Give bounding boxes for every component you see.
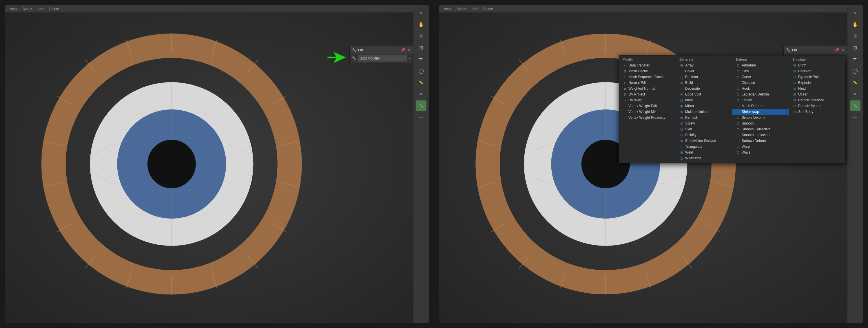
- hand-icon-r[interactable]: ✋: [850, 19, 861, 30]
- header-wrench-icon-r: 🔧: [786, 48, 790, 52]
- select-menu[interactable]: Select: [20, 6, 34, 11]
- explode-item[interactable]: ⊡Explode: [789, 80, 845, 86]
- properties-subheader: 🔧 Add Modifier ▾: [350, 54, 413, 63]
- array-icon: ⊞: [679, 63, 683, 67]
- warp-icon: ⊡: [736, 144, 740, 148]
- cast-item[interactable]: ⊡Cast: [733, 68, 788, 74]
- data-transfer-item[interactable]: ↔Data Transfer: [619, 62, 676, 68]
- screw-item[interactable]: ⊙Screw: [676, 120, 732, 126]
- curve-item[interactable]: ⊙Curve: [733, 74, 788, 80]
- object-menu-right[interactable]: Object: [480, 6, 495, 11]
- eye2-icon[interactable]: 👁: [416, 89, 427, 99]
- surface-deform-item[interactable]: ⊡Surface Deform: [733, 138, 788, 144]
- dots2-icon[interactable]: ⋯: [416, 112, 427, 122]
- close-icon[interactable]: ✕: [407, 48, 410, 52]
- weld-item[interactable]: ⊞Weld: [676, 149, 732, 155]
- grid-icon[interactable]: ⊞: [416, 43, 427, 53]
- edge-split-item[interactable]: ⊘Edge Split: [676, 91, 732, 97]
- laplacian-deform-item[interactable]: ⊡Laplacian Deform: [733, 91, 788, 97]
- mesh-seq-cache-item[interactable]: 1Mesh Sequence Cache: [619, 74, 676, 80]
- vw-edit-item[interactable]: ↔Vertex Weight Edit: [619, 103, 676, 109]
- disp-icon: ⊡: [736, 81, 740, 85]
- mirror-item[interactable]: ◑Mirror: [676, 103, 732, 109]
- uvw-icon: ↔: [623, 98, 627, 102]
- header-wrench-icon: 🔧: [352, 48, 356, 52]
- add-menu[interactable]: Add: [35, 6, 46, 11]
- hook-item[interactable]: ⊡Hook: [733, 86, 788, 91]
- build-item[interactable]: ⊞Build: [676, 80, 732, 86]
- boolean-item[interactable]: ◯Boolean: [676, 74, 732, 80]
- build-icon: ⊞: [679, 81, 683, 85]
- decimate-item[interactable]: △Decimate: [676, 86, 732, 91]
- wrench-active-icon-r[interactable]: 🔧: [850, 101, 861, 111]
- grid-icon-r[interactable]: ⊞: [850, 43, 861, 53]
- subdiv-item[interactable]: ⊞Subdivision Surface: [676, 138, 732, 144]
- skin-icon: ◻: [679, 127, 683, 131]
- pin-icon[interactable]: 📌: [401, 48, 405, 52]
- mesh-cache-item[interactable]: ⊞Mesh Cache: [619, 68, 676, 74]
- add-menu-right[interactable]: Add: [469, 6, 480, 11]
- mask-item[interactable]: ◻Mask: [676, 97, 732, 103]
- view-menu[interactable]: View: [7, 6, 20, 11]
- sphere-icon-r[interactable]: ◯: [850, 65, 861, 76]
- warp-item[interactable]: ⊡Warp: [733, 144, 788, 149]
- collision-item[interactable]: ⊡Collision: [789, 68, 845, 74]
- close-icon-right[interactable]: ✕: [841, 48, 844, 52]
- view-menu-right[interactable]: View: [441, 6, 454, 11]
- transform-icon[interactable]: ✥: [416, 31, 427, 41]
- ocean-item[interactable]: ⊡Ocean: [789, 91, 845, 97]
- bevel-item[interactable]: ⌒Bevel: [676, 68, 732, 74]
- smooth-corrective-item[interactable]: ⊡Smooth Corrective: [733, 126, 788, 132]
- particle-instance-item[interactable]: ⊡Particle Instance: [789, 97, 845, 103]
- measure2-icon[interactable]: 📏: [416, 77, 427, 88]
- dots-icon-r[interactable]: ⋯: [850, 112, 861, 122]
- armature-item[interactable]: ⊡Armature: [733, 62, 788, 68]
- fluid-item[interactable]: ⊡Fluid: [789, 86, 845, 91]
- skin-item[interactable]: ◻Skin: [676, 126, 732, 132]
- array-item[interactable]: ⊞Array: [676, 62, 732, 68]
- remesh-item[interactable]: ⊞Remesh: [676, 115, 732, 120]
- camera-icon-r[interactable]: 📷: [850, 54, 861, 64]
- camera2-icon[interactable]: 📷: [416, 54, 427, 64]
- solidify-item[interactable]: ⬡Solidify: [676, 132, 732, 138]
- select-menu-right[interactable]: Select: [454, 6, 468, 11]
- sl-icon: ⊡: [736, 133, 740, 137]
- uv-project-item[interactable]: ⊗UV Project: [619, 91, 676, 97]
- wrench-active-icon[interactable]: 🔧: [416, 101, 427, 111]
- object-menu[interactable]: Object: [46, 6, 61, 11]
- right-toolbar: ↖ ✋ ✥ ⊞ 📷 ◯ 📏 👁 🔧 ⋯: [413, 5, 429, 323]
- measure-icon-r[interactable]: 📏: [850, 77, 861, 88]
- hand-icon[interactable]: ✋: [416, 19, 427, 30]
- eye-icon-r[interactable]: 👁: [850, 89, 861, 99]
- soft-body-item[interactable]: ⊡Soft Body: [789, 109, 845, 115]
- dynamic-paint-item[interactable]: ⊡Dynamic Paint: [789, 74, 845, 80]
- shrinkwrap-item[interactable]: ⊡Shrinkwrap: [733, 109, 788, 115]
- weighted-normal-item[interactable]: ⊕Weighted Normal: [619, 86, 676, 91]
- wireframe-item[interactable]: ◻Wireframe: [676, 155, 732, 161]
- pin-icon-right[interactable]: 📌: [835, 48, 839, 52]
- vw-mix-item[interactable]: ↔Vertex Weight Mix: [619, 109, 676, 115]
- lattice-item[interactable]: ⊡Lattice: [733, 97, 788, 103]
- normal-edit-item[interactable]: +Normal Edit: [619, 80, 676, 86]
- particle-system-item[interactable]: ⊡Particle System: [789, 103, 845, 109]
- smooth-laplacian-item[interactable]: ⊡Smooth Laplacian: [733, 132, 788, 138]
- simple-deform-item[interactable]: ⊡Simple Deform: [733, 115, 788, 120]
- wave-item[interactable]: ⊡Wave: [733, 149, 788, 155]
- smooth-item[interactable]: ⊡Smooth: [733, 120, 788, 126]
- cursor-icon[interactable]: ↖: [416, 7, 427, 18]
- solidify-icon: ⬡: [679, 133, 683, 137]
- displace-item[interactable]: ⊡Displace: [733, 80, 788, 86]
- cloth-item[interactable]: ⊡Cloth: [789, 62, 845, 68]
- vw-prox-item[interactable]: ↔Vertex Weight Proximity: [619, 115, 676, 120]
- sphere2-icon[interactable]: ◯: [416, 65, 427, 76]
- multires-item[interactable]: ⊞Multiresolution: [676, 109, 732, 115]
- dropdown-arrow-icon: ▾: [409, 57, 410, 60]
- uv-warp-item[interactable]: ↔UV Warp: [619, 97, 676, 103]
- transform-icon-r[interactable]: ✥: [850, 31, 861, 41]
- top-bar-right: View Select Add Object: [439, 5, 863, 13]
- add-modifier-button[interactable]: Add Modifier: [358, 55, 407, 61]
- hook-icon: ⊡: [736, 86, 740, 90]
- mesh-deform-item[interactable]: ⊡Mesh Deform: [733, 103, 788, 109]
- cursor-icon-r[interactable]: ↖: [850, 7, 861, 18]
- triangulate-item[interactable]: △Triangulate: [676, 144, 732, 149]
